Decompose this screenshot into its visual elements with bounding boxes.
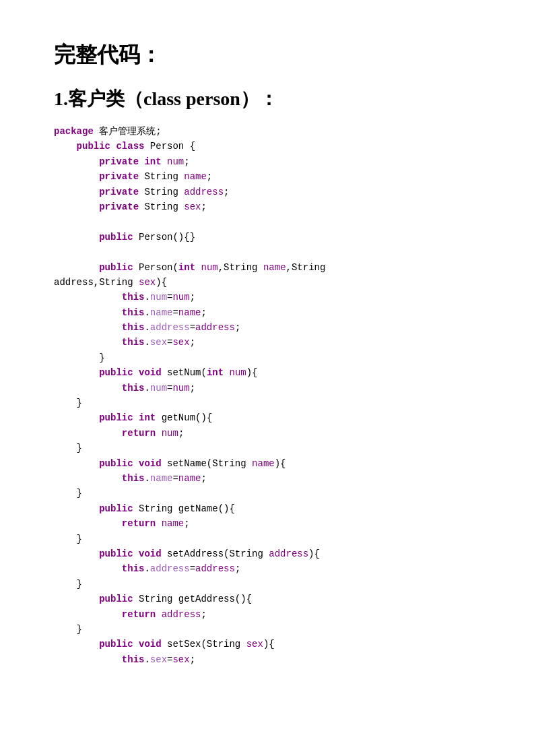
main-title: 完整代码： bbox=[54, 40, 480, 70]
code-block-person: package 客户管理系统; public class Person { pr… bbox=[54, 124, 480, 667]
section1-title: 1.客户类（class person）： bbox=[54, 86, 480, 112]
page-container: 完整代码： 1.客户类（class person）： package 客户管理系… bbox=[54, 40, 480, 667]
